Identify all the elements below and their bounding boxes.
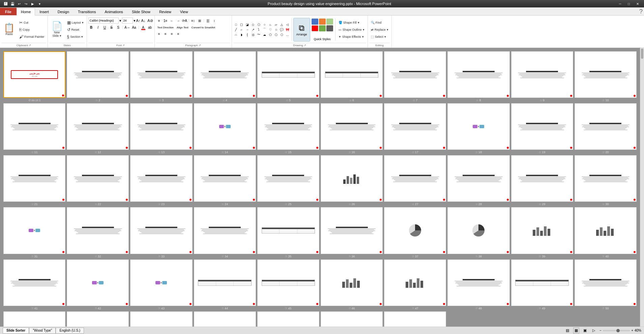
status-tab-slidesorter[interactable]: Slide Sorter [3,328,29,334]
slide-item-36[interactable]: ⊞36 [321,207,383,258]
slide-item-29[interactable]: ⊞29 [511,155,573,206]
slide-item-3[interactable]: ⊞3 [130,51,192,102]
reading-view-btn[interactable]: ▣ [582,328,588,334]
slide-item-17[interactable]: ⊞17 [384,103,446,154]
slide-item-15[interactable]: ⊞15 [257,103,319,154]
format-painter-btn[interactable]: 🖌 Format Painter [18,33,46,40]
convert-smartart-label[interactable]: Convert to SmartArt [190,24,217,30]
slide-item-13[interactable]: ⊞13 [130,103,192,154]
zoom-thumb[interactable] [616,329,620,332]
slide-item-43[interactable]: ⊞43 [130,259,192,310]
shape-curve[interactable]: ⌒ [262,27,267,32]
slide-item-47[interactable]: ⊞47 [384,259,446,310]
slide-item-46[interactable]: ⊞46 [321,259,383,310]
slide-item-55[interactable]: ⊞55 [257,311,319,327]
undo-btn[interactable]: ↩ [16,1,22,7]
slide-item-12[interactable]: ⊞12 [67,103,129,154]
align-left-btn[interactable]: ≡ [156,31,162,37]
slide-item-31[interactable]: ⊞31 [3,207,65,258]
slide-item-11[interactable]: ⊞11 [3,103,65,154]
slide-item-8[interactable]: ⊞8 [447,51,509,102]
replace-btn[interactable]: ⇄ Replace ▾ [369,26,390,33]
slide-item-49[interactable]: ⊞49 [511,259,573,310]
slide-item-24[interactable]: ⊞24 [194,155,256,206]
bullets-btn[interactable]: ≡ [156,18,162,24]
shape-heart[interactable]: ♡ [268,27,273,32]
slide-item-41[interactable]: ⊞41 [3,259,65,310]
slide-item-14[interactable]: ⊞14 [194,103,256,154]
slide-item-9[interactable]: ⊞9 [511,51,573,102]
tab-review[interactable]: Review [155,8,176,15]
copy-btn[interactable]: ⎘ Copy [18,26,46,33]
font-size-down-btn[interactable]: A↓ [141,19,145,23]
slide-item-42[interactable]: ⊞42 [67,259,129,310]
layout-btn[interactable]: ▦ Layout ▾ [65,19,85,26]
style-darkgreen[interactable] [319,25,326,31]
shape-hexa[interactable]: ⬡ [273,32,279,37]
numbering-btn[interactable]: 1≡ [163,18,169,24]
slide-item-19[interactable]: ⊞19 [511,103,573,154]
slide-item-56[interactable]: ⊞56 [321,311,383,327]
slide-sorter-view-btn[interactable]: ▦ [573,328,579,334]
slide-item-45[interactable]: ⊞45 [257,259,319,310]
normal-view-btn[interactable]: ▤ [564,328,570,334]
font-color-btn[interactable]: A [140,24,146,30]
slide-item-50[interactable]: ⊞50 [575,259,637,310]
decrease-indent-btn[interactable]: ← [169,18,175,24]
font-case-btn[interactable]: Aa [131,24,137,30]
slide-item-6[interactable]: ⊞6 [321,51,383,102]
strikethrough-btn[interactable]: S [109,24,115,30]
slide-item-52[interactable]: ⊞52 [67,311,129,327]
quick-styles-label[interactable]: Quick Styles [314,37,331,41]
tab-file[interactable]: File [0,8,17,15]
shape-diamond[interactable]: ◇ [251,22,256,27]
shape-outline-btn[interactable]: ▭ Shape Outline ▾ [337,26,366,33]
new-slide-btn[interactable]: 📄 NewSlide ▾ [49,18,65,41]
shape-banner[interactable]: 🎀 [285,27,290,32]
zoom-in-btn[interactable]: + [631,329,633,332]
status-tab-woodtype[interactable]: "Wood Type" [29,328,56,334]
style-green[interactable] [326,19,333,25]
tab-insert[interactable]: Insert [35,8,53,15]
slide-item-21[interactable]: ⊞21 [3,155,65,206]
tab-home[interactable]: Home [17,8,35,16]
font-size-up-btn[interactable]: A↑ [136,19,141,23]
bold-btn[interactable]: B [88,24,94,30]
slide-item-28[interactable]: ⊞28 [447,155,509,206]
reset-btn[interactable]: ↺ Reset [65,26,85,33]
close-btn[interactable]: ✕ [634,1,641,6]
slide-item-16[interactable]: ⊞16 [321,103,383,154]
slide-item-51[interactable]: ⊞51 [3,311,65,327]
line-spacing-btn[interactable]: ↕ [211,18,217,24]
shape-arc[interactable]: ⌓ [233,32,239,37]
slide-item-18[interactable]: ⊞18 [447,103,509,154]
slide-item-30[interactable]: ⊞30 [575,155,637,206]
slide-item-5[interactable]: ⊞5 [257,51,319,102]
slide-item-35[interactable]: ⊞35 [257,207,319,258]
shape-cylinder[interactable]: ⬡ [256,22,262,27]
save-btn[interactable]: 💾 [9,1,16,7]
convert-smartart-btn[interactable]: ⊞ [197,18,203,24]
shape-corner[interactable]: ⌐ [239,27,244,32]
shape-callout[interactable]: 💬 [279,27,285,32]
text-direction-label[interactable]: Text Direction [156,24,175,30]
arrange-btn[interactable]: ⧉ Arrange [293,18,310,41]
shape-line[interactable]: ╱ [233,27,239,32]
more-btn[interactable]: ▾ [36,1,42,7]
italic-btn[interactable]: I [95,24,101,30]
slide-item-37[interactable]: ⊞37 [384,207,446,258]
align-justify-btn[interactable]: ≡ [175,31,181,37]
shape-circle[interactable]: ○ [262,22,267,27]
slide-item-32[interactable]: ⊞32 [67,207,129,258]
drawing-expand-icon[interactable]: ↗ [304,44,306,47]
tab-design[interactable]: Design [53,8,74,15]
font-name-dropdown[interactable]: ▾ [119,19,121,23]
shape-star[interactable]: ☆ [273,27,279,32]
shape-donut[interactable]: ◎ [251,32,256,37]
slide-item-38[interactable]: ⊞38 [447,207,509,258]
scroll-thumb[interactable] [641,49,643,59]
highlight-btn[interactable]: ab [147,24,153,30]
select-btn[interactable]: ⬚ Select ▾ [369,33,390,40]
style-red[interactable] [312,25,318,31]
slide-panel[interactable]: متن فارسی عنوان ارائه ⏱00:15 1 ⊞2 ⊞3 [0,48,640,327]
